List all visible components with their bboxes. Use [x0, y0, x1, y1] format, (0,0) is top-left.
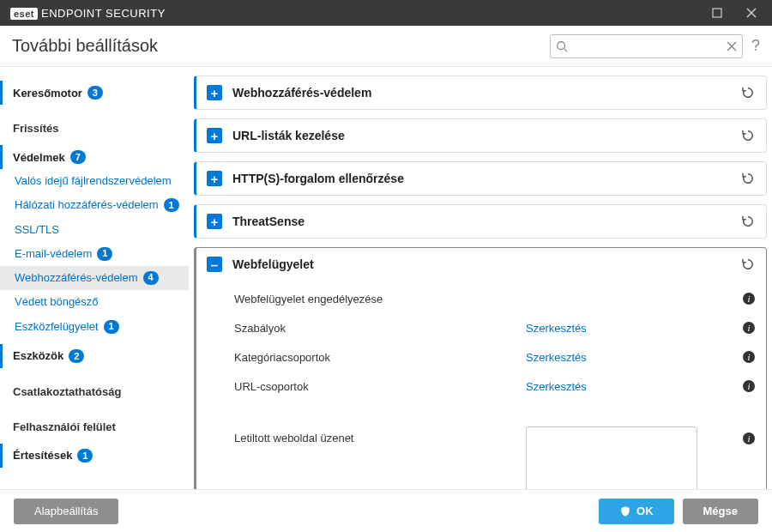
- panel-title: ThreatSense: [232, 215, 305, 228]
- window-buttons: [700, 0, 769, 26]
- svg-text:i: i: [747, 323, 750, 333]
- panel-threatsense: + ThreatSense: [194, 204, 767, 239]
- sidebar-item-webhozzaferes-vedelem[interactable]: Webhozzáférés-védelem 4: [0, 266, 189, 290]
- info-icon: i: [742, 292, 756, 305]
- sidebar-badge: 1: [164, 198, 179, 212]
- panel-header[interactable]: + ThreatSense: [196, 205, 766, 238]
- row-szabalyok: Szabályok Szerkesztés i: [234, 313, 756, 342]
- cancel-button[interactable]: Mégse: [683, 499, 758, 524]
- sidebar-badge: 1: [77, 449, 93, 462]
- help-button[interactable]: ?: [751, 37, 760, 55]
- sidebar-item-ssl-tls[interactable]: SSL/TLS: [0, 218, 189, 242]
- sidebar-badge: 1: [104, 320, 119, 334]
- shield-icon: [619, 505, 631, 517]
- panel-title: Webfelügyelet: [232, 257, 314, 271]
- sidebar-badge: 7: [70, 150, 86, 164]
- undo-icon: [740, 257, 756, 272]
- sidebar-badge: 4: [143, 271, 159, 285]
- footer: Alapbeállítás OK Mégse: [0, 489, 772, 532]
- info-button[interactable]: i: [742, 321, 756, 335]
- titlebar: esetENDPOINT SECURITY: [0, 0, 772, 26]
- sidebar-item-label: E-mail-védelem: [15, 247, 92, 261]
- row-label: Szabályok: [234, 322, 517, 335]
- row-label: Webfelügyelet engedélyezése: [234, 293, 517, 305]
- body: Keresőmotor 3 Frissítés Védelmek 7 Valós…: [0, 67, 772, 489]
- edit-link-url-csoportok[interactable]: Szerkesztés: [526, 380, 587, 393]
- sidebar-item-vedett-bongeszo[interactable]: Védett böngésző: [0, 290, 189, 314]
- app-brand: esetENDPOINT SECURITY: [10, 7, 166, 20]
- panel-header[interactable]: + URL-listák kezelése: [196, 119, 766, 152]
- info-icon: i: [742, 321, 756, 335]
- svg-rect-0: [713, 9, 721, 17]
- window-maximize-button[interactable]: [700, 0, 734, 26]
- ok-button[interactable]: OK: [599, 499, 674, 524]
- sidebar-item-label: Felhasználói felület: [13, 420, 116, 433]
- sidebar-item-label: Értesítések: [13, 449, 72, 462]
- panel-header[interactable]: + Webhozzáférés-védelem: [196, 76, 766, 109]
- undo-icon: [740, 171, 756, 186]
- sidebar-item-felhasznaloi-felulet[interactable]: Felhasználói felület: [0, 415, 189, 438]
- expand-icon: +: [207, 85, 222, 100]
- brand-mark: eset: [10, 8, 38, 20]
- edit-link-kategoriacsoportok[interactable]: Szerkesztés: [526, 351, 587, 364]
- sidebar-item-label: Hálózati hozzáférés-védelem: [15, 198, 159, 212]
- sidebar-item-valos-ideju-fajlrendszervedelem[interactable]: Valós idejű fájlrendszervédelem: [0, 169, 189, 193]
- svg-text:i: i: [747, 381, 750, 391]
- panel-title: URL-listák kezelése: [232, 129, 345, 142]
- panel-header[interactable]: + HTTP(S)-forgalom ellenőrzése: [196, 162, 766, 195]
- panel-webfelugyelet: – Webfelügyelet Webfelügyelet engedélyez…: [194, 247, 767, 489]
- info-button[interactable]: i: [742, 426, 756, 445]
- sidebar-badge: 3: [87, 86, 103, 100]
- sidebar-badge: 2: [69, 349, 84, 363]
- sidebar-item-email-vedelem[interactable]: E-mail-védelem 1: [0, 242, 189, 266]
- undo-icon: [740, 128, 756, 143]
- sidebar-item-label: Védett böngésző: [15, 295, 99, 309]
- sidebar-item-label: Eszközök: [13, 349, 63, 362]
- panel-header[interactable]: – Webfelügyelet: [196, 248, 766, 281]
- brand-text: ENDPOINT SECURITY: [41, 7, 166, 20]
- sidebar-item-csatlakoztathatosag[interactable]: Csatlakoztathatóság: [0, 380, 189, 403]
- window-close-button[interactable]: [734, 0, 769, 26]
- search-input[interactable]: [573, 39, 721, 52]
- row-url-csoportok: URL-csoportok Szerkesztés i: [234, 372, 756, 401]
- clear-search-icon[interactable]: [727, 41, 737, 51]
- row-kategoriacsoportok: Kategóriacsoportok Szerkesztés i: [234, 342, 756, 372]
- sidebar-item-halozati-hozzaferes-vedelem[interactable]: Hálózati hozzáférés-védelem 1: [0, 193, 189, 217]
- default-button[interactable]: Alapbeállítás: [14, 499, 118, 524]
- header: További beállítások ?: [0, 26, 772, 67]
- row-label: Kategóriacsoportok: [234, 351, 517, 364]
- revert-button[interactable]: [740, 214, 756, 229]
- info-icon: i: [742, 432, 756, 445]
- panel-url-listak-kezelese: + URL-listák kezelése: [194, 118, 767, 153]
- info-button[interactable]: i: [742, 292, 756, 305]
- row-label: URL-csoportok: [234, 380, 517, 393]
- info-icon: i: [742, 379, 756, 393]
- sidebar-item-frissites[interactable]: Frissítés: [0, 117, 189, 140]
- ok-button-label: OK: [636, 505, 654, 517]
- search-box[interactable]: [550, 34, 743, 58]
- blocked-message-textarea[interactable]: [526, 426, 697, 489]
- revert-button[interactable]: [740, 257, 756, 272]
- expand-icon: +: [207, 171, 222, 186]
- panel-body: Webfelügyelet engedélyezése i Szabályok …: [196, 281, 766, 489]
- row-label: Letiltott weboldal üzenet: [234, 426, 517, 444]
- sidebar-item-eszkozok[interactable]: Eszközök 2: [0, 344, 189, 368]
- info-button[interactable]: i: [742, 350, 756, 364]
- revert-button[interactable]: [740, 171, 756, 186]
- sidebar-item-ertesitesek[interactable]: Értesítések 1: [0, 444, 189, 468]
- row-letiltott-weboldal-uzenet: Letiltott weboldal üzenet i: [234, 426, 756, 489]
- sidebar-item-eszkozfelugyelet[interactable]: Eszközfelügyelet 1: [0, 315, 189, 339]
- sidebar-item-label: Eszközfelügyelet: [15, 320, 99, 334]
- sidebar-item-label: Valós idejű fájlrendszervédelem: [15, 174, 172, 188]
- revert-button[interactable]: [740, 85, 756, 100]
- sidebar-item-keresomotor[interactable]: Keresőmotor 3: [0, 81, 189, 105]
- panel-title: Webhozzáférés-védelem: [232, 86, 371, 100]
- edit-link-szabalyok[interactable]: Szerkesztés: [526, 322, 587, 335]
- sidebar-item-label: Frissítés: [13, 122, 58, 135]
- search-icon: [556, 40, 568, 52]
- undo-icon: [740, 85, 756, 100]
- sidebar-item-vedelmek[interactable]: Védelmek 7: [0, 145, 189, 169]
- info-button[interactable]: i: [742, 379, 756, 393]
- revert-button[interactable]: [740, 128, 756, 143]
- expand-icon: +: [207, 214, 222, 229]
